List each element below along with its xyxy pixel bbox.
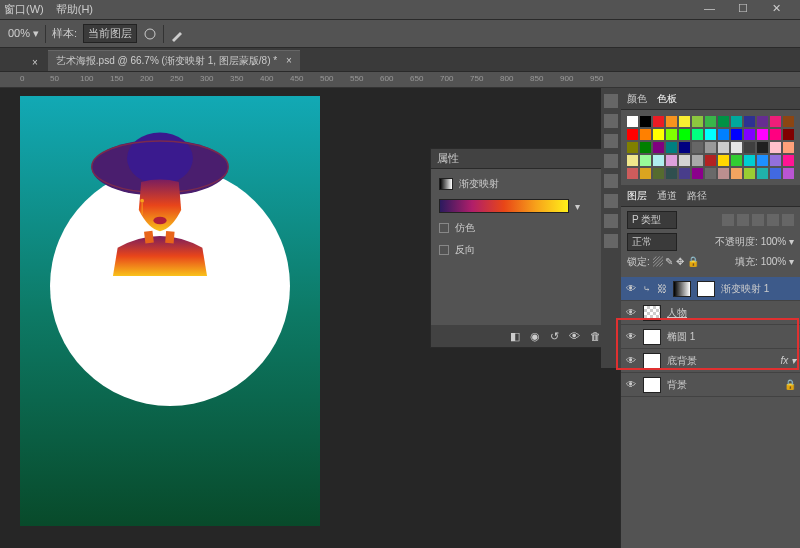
swatch[interactable] <box>627 155 638 166</box>
swatch[interactable] <box>718 142 729 153</box>
minimize-icon[interactable]: — <box>704 2 716 14</box>
close-icon[interactable]: ✕ <box>772 2 784 14</box>
swatch[interactable] <box>770 116 781 127</box>
swatch[interactable] <box>718 168 729 179</box>
swatch[interactable] <box>731 155 742 166</box>
panel-icon[interactable] <box>604 234 618 248</box>
layer-row[interactable]: 👁底背景fx ▾ <box>621 349 800 373</box>
dither-checkbox[interactable] <box>439 223 449 233</box>
layer-name[interactable]: 人物 <box>667 306 687 320</box>
layer-thumb[interactable] <box>673 281 691 297</box>
layer-thumb[interactable] <box>643 353 661 369</box>
swatch[interactable] <box>666 155 677 166</box>
layer-name[interactable]: 椭圆 1 <box>667 330 695 344</box>
swatch[interactable] <box>731 142 742 153</box>
zoom-level[interactable]: 00% ▾ <box>8 27 39 40</box>
panel-icon[interactable] <box>604 94 618 108</box>
tab-swatches[interactable]: 色板 <box>657 92 677 106</box>
layer-filter-dropdown[interactable]: P 类型 <box>627 211 677 229</box>
layer-row[interactable]: 👁人物 <box>621 301 800 325</box>
swatch[interactable] <box>679 142 690 153</box>
swatch[interactable] <box>640 168 651 179</box>
maximize-icon[interactable]: ☐ <box>738 2 750 14</box>
swatch[interactable] <box>783 155 794 166</box>
swatch[interactable] <box>718 129 729 140</box>
panel-icon[interactable] <box>604 134 618 148</box>
swatch[interactable] <box>666 129 677 140</box>
swatch[interactable] <box>705 129 716 140</box>
layer-name[interactable]: 背景 <box>667 378 687 392</box>
swatch[interactable] <box>653 155 664 166</box>
canvas[interactable] <box>20 96 320 526</box>
visibility-icon[interactable]: 👁 <box>569 330 580 342</box>
swatch[interactable] <box>653 142 664 153</box>
swatch[interactable] <box>653 116 664 127</box>
swatch[interactable] <box>770 168 781 179</box>
fx-badge[interactable]: fx ▾ <box>780 355 796 366</box>
visibility-toggle-icon[interactable]: 👁 <box>625 331 637 343</box>
swatch[interactable] <box>705 155 716 166</box>
gradient-dropdown-icon[interactable]: ▾ <box>575 201 580 212</box>
swatch[interactable] <box>692 155 703 166</box>
fill-value[interactable]: 100% <box>761 256 787 267</box>
swatch[interactable] <box>640 129 651 140</box>
filter-adjust-icon[interactable] <box>737 214 749 226</box>
sample-dropdown[interactable]: 当前图层 <box>83 24 137 43</box>
tab-paths[interactable]: 路径 <box>687 189 707 203</box>
blend-mode-dropdown[interactable]: 正常 <box>627 233 677 251</box>
panel-icon[interactable] <box>604 174 618 188</box>
filter-shape-icon[interactable] <box>767 214 779 226</box>
swatch[interactable] <box>783 142 794 153</box>
swatch[interactable] <box>744 129 755 140</box>
tab-layers[interactable]: 图层 <box>627 189 647 203</box>
panel-icon[interactable] <box>604 114 618 128</box>
swatch[interactable] <box>679 168 690 179</box>
document-tab-active[interactable]: 艺术海报.psd @ 66.7% (渐变映射 1, 图层蒙版/8) * × <box>48 50 300 71</box>
visibility-toggle-icon[interactable]: 👁 <box>625 379 637 391</box>
swatch[interactable] <box>653 129 664 140</box>
swatch[interactable] <box>666 116 677 127</box>
swatch[interactable] <box>679 129 690 140</box>
filter-smart-icon[interactable] <box>782 214 794 226</box>
tab-color[interactable]: 颜色 <box>627 92 647 106</box>
swatch[interactable] <box>666 142 677 153</box>
visibility-toggle-icon[interactable]: 👁 <box>625 283 637 295</box>
swatch[interactable] <box>692 142 703 153</box>
swatch[interactable] <box>705 168 716 179</box>
tab-channels[interactable]: 通道 <box>657 189 677 203</box>
swatch[interactable] <box>757 116 768 127</box>
swatch[interactable] <box>718 116 729 127</box>
swatch[interactable] <box>783 116 794 127</box>
reverse-checkbox[interactable] <box>439 245 449 255</box>
swatch[interactable] <box>627 168 638 179</box>
gradient-picker[interactable] <box>439 199 569 213</box>
swatch[interactable] <box>744 168 755 179</box>
swatch[interactable] <box>744 142 755 153</box>
swatch[interactable] <box>627 129 638 140</box>
swatch[interactable] <box>731 129 742 140</box>
swatch[interactable] <box>757 142 768 153</box>
swatch[interactable] <box>718 155 729 166</box>
swatch[interactable] <box>757 129 768 140</box>
target-icon[interactable] <box>143 27 157 41</box>
tab-close-icon[interactable]: × <box>286 55 292 66</box>
filter-pixel-icon[interactable] <box>722 214 734 226</box>
menu-window[interactable]: 窗口(W) <box>4 2 44 17</box>
brush-icon[interactable] <box>170 26 186 42</box>
swatch[interactable] <box>744 116 755 127</box>
swatch[interactable] <box>679 116 690 127</box>
layer-name[interactable]: 底背景 <box>667 354 697 368</box>
layer-row[interactable]: 👁⤷⛓渐变映射 1 <box>621 277 800 301</box>
properties-header[interactable]: 属性 <box>431 149 609 169</box>
swatch[interactable] <box>783 129 794 140</box>
layer-thumb[interactable] <box>643 377 661 393</box>
swatch[interactable] <box>640 155 651 166</box>
layer-thumb[interactable] <box>643 305 661 321</box>
swatch[interactable] <box>640 116 651 127</box>
swatch[interactable] <box>705 116 716 127</box>
swatch[interactable] <box>679 155 690 166</box>
swatch[interactable] <box>666 168 677 179</box>
swatch[interactable] <box>731 116 742 127</box>
view-icon[interactable]: ◉ <box>530 330 540 343</box>
swatch[interactable] <box>731 168 742 179</box>
